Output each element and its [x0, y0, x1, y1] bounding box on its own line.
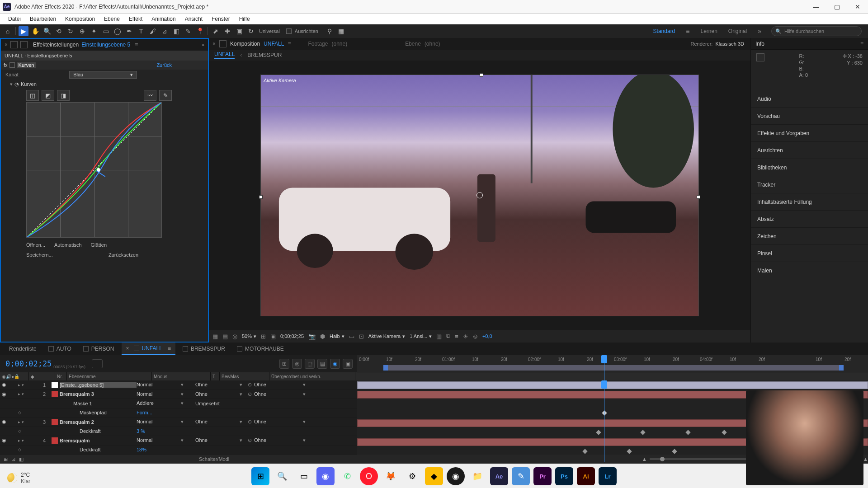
panel-zeichen[interactable]: Zeichen	[751, 228, 868, 245]
shy-button[interactable]: ⬚	[305, 359, 315, 369]
tab-auto[interactable]: AUTO	[44, 343, 76, 355]
premiere-icon[interactable]: Pr	[533, 467, 552, 485]
explorer-icon[interactable]: 📁	[468, 467, 486, 485]
workspace-original[interactable]: Original	[728, 28, 747, 34]
panel-pinsel[interactable]: Pinsel	[751, 245, 868, 262]
illustrator-icon[interactable]: Ai	[577, 467, 595, 485]
layer-row[interactable]: Maske 1Addiere▾Umgekehrt	[0, 399, 357, 408]
comp-menu-icon[interactable]: ≡	[288, 41, 291, 47]
fx-reset-link[interactable]: Zurück	[156, 62, 172, 68]
panel-effekte[interactable]: Effekte und Vorgaben	[751, 125, 868, 142]
curve-open-button[interactable]: Öffnen...	[26, 242, 45, 248]
close-button[interactable]: ✕	[847, 0, 868, 14]
search-button[interactable]: 🔍	[273, 467, 291, 485]
clone-tool[interactable]: ⊿	[160, 26, 170, 36]
panel-menu-icon[interactable]: ≡	[135, 42, 138, 48]
ausrichten-checkbox[interactable]	[286, 28, 292, 34]
comp-flowchart-button[interactable]: ⊞	[279, 359, 289, 369]
composition-viewer[interactable]: Aktive Kamera	[209, 61, 750, 330]
exposure-value[interactable]: +0,0	[482, 333, 492, 339]
effect-panel-icon[interactable]	[20, 41, 28, 48]
preview-image[interactable]: Aktive Kamera	[260, 75, 699, 316]
menu-effekt[interactable]: Effekt	[124, 14, 147, 24]
tab-person[interactable]: PERSON	[79, 343, 119, 355]
ellipse-tool[interactable]: ◯	[113, 26, 123, 36]
curve-auto-button[interactable]: Automatisch	[54, 242, 82, 248]
menu-ebene[interactable]: Ebene	[99, 14, 124, 24]
views-dropdown[interactable]: 1 Ansi...▾	[410, 333, 432, 339]
rect-tool[interactable]: ▭	[101, 26, 111, 36]
renderer-dropdown[interactable]: Klassisch 3D	[715, 41, 744, 47]
speaker-icon[interactable]: 🔊	[6, 374, 11, 379]
toggle-switches-icon[interactable]: ⊞	[4, 456, 8, 462]
snap-bounds-icon[interactable]: ▦	[336, 26, 346, 36]
curve-smooth-button[interactable]: Glätten	[91, 242, 107, 248]
close-comp-tab-icon[interactable]: ×	[212, 41, 216, 47]
ebene-tab[interactable]: Ebene	[405, 41, 421, 47]
schalter-modi-button[interactable]: Schalter/Modi	[199, 456, 229, 462]
timeline-timecode[interactable]: 0;00;02;25	[5, 359, 52, 368]
layer-row[interactable]: ◇Deckkraft3 %	[0, 427, 357, 436]
magnify-icon[interactable]: ▦	[212, 333, 218, 340]
photoshop-icon[interactable]: Ps	[555, 467, 573, 485]
brush-tool[interactable]: 🖌	[148, 26, 158, 36]
tab-unfall[interactable]: ×UNFALL≡	[122, 343, 175, 355]
frameblend-button[interactable]: ▤	[317, 359, 327, 369]
effect-controls-tab[interactable]: Effekteinstellungen	[33, 42, 79, 48]
curve-freehand-tool[interactable]: ◨	[57, 90, 70, 101]
menu-ansicht[interactable]: Ansicht	[180, 14, 207, 24]
curve-bezier-tool[interactable]: ◫	[26, 90, 39, 101]
resolution-dropdown[interactable]: Halb▾	[330, 333, 344, 339]
layer-row[interactable]: ◉▸ ▾4BremsqualmNormal▾Ohne▾⊙Ohne▾	[0, 436, 357, 446]
curve-reset-button[interactable]: Zurücksetzen	[108, 252, 138, 258]
panel-absatz[interactable]: Absatz	[751, 211, 868, 228]
camera-tool[interactable]: ⊕	[77, 26, 87, 36]
motionblur-button[interactable]: ◉	[330, 359, 340, 369]
local-axis-icon[interactable]: ⬈	[211, 26, 221, 36]
grid-toggle-icon[interactable]: ⊡	[359, 333, 364, 340]
kanal-dropdown[interactable]: Blau▾	[69, 71, 137, 79]
layer-row[interactable]: ◉▸ ▾1[Einste...gsebene 5]Normal▾Ohne▾⊙Oh…	[0, 380, 357, 390]
transparency-icon[interactable]: ▣	[270, 333, 276, 340]
home-tool[interactable]: ⌂	[3, 26, 13, 36]
start-button[interactable]: ⊞	[251, 467, 269, 485]
pen-tool[interactable]: ✒	[124, 26, 134, 36]
curve-smooth-tool[interactable]: 〰	[144, 90, 156, 101]
orbit-tool[interactable]: ⟲	[54, 26, 64, 36]
taskview-button[interactable]: ▭	[295, 467, 313, 485]
info-panel-tab[interactable]: Info≡	[751, 38, 868, 50]
curves-graph[interactable]	[26, 102, 162, 238]
tab-renderliste[interactable]: Renderliste	[5, 343, 41, 355]
eye-icon[interactable]: ◉	[2, 374, 6, 379]
rotate-tool[interactable]: ↻	[66, 26, 75, 36]
curve-linear-tool[interactable]: ◩	[42, 90, 54, 101]
timeline-icon[interactable]: ≡	[455, 333, 458, 340]
menu-hilfe[interactable]: Hilfe	[235, 14, 255, 24]
whatsapp-icon[interactable]: ✆	[338, 467, 356, 485]
pixel-aspect-icon[interactable]: ▥	[436, 333, 442, 340]
snapshot-icon[interactable]: 📷	[308, 333, 316, 340]
label-icon[interactable]: ◆	[31, 374, 34, 379]
toggle-modes-icon[interactable]: ⊡	[11, 456, 15, 462]
obs-icon[interactable]: ◉	[447, 467, 465, 485]
tab-motorhaube[interactable]: MOTORHAUBE	[232, 343, 288, 355]
selection-tool[interactable]: ▶	[19, 26, 28, 36]
app1-icon[interactable]: ⚙	[403, 467, 421, 485]
lock-icon[interactable]: 🔒	[14, 374, 19, 379]
weather-widget[interactable]: 2°C Klar	[7, 472, 30, 484]
workspace-menu-icon[interactable]: ≡	[686, 28, 689, 35]
breadcrumb-child[interactable]: BREMSSPUR	[247, 52, 282, 58]
app2-icon[interactable]: ◆	[425, 467, 443, 485]
close-tab-icon[interactable]: ×	[5, 42, 8, 48]
panel-ausrichten[interactable]: Ausrichten	[751, 142, 868, 159]
layer-row[interactable]: ◉▸ ▾2Bremsqualm 3Normal▾Ohne▾⊙Ohne▾	[0, 390, 357, 399]
draft3d-button[interactable]: ◎	[292, 359, 302, 369]
roto-tool[interactable]: ✎	[183, 26, 193, 36]
channel-icon[interactable]: ⬢	[320, 333, 325, 340]
app3-icon[interactable]: ✎	[512, 467, 530, 485]
layer-row[interactable]: ◇Deckkraft18%	[0, 446, 357, 455]
menu-komposition[interactable]: Komposition	[61, 14, 99, 24]
breadcrumb-current[interactable]: UNFALL	[214, 51, 235, 59]
help-search[interactable]: 🔍 Hilfe durchsuchen	[771, 26, 862, 36]
workspace-standard[interactable]: Standard	[653, 28, 675, 34]
